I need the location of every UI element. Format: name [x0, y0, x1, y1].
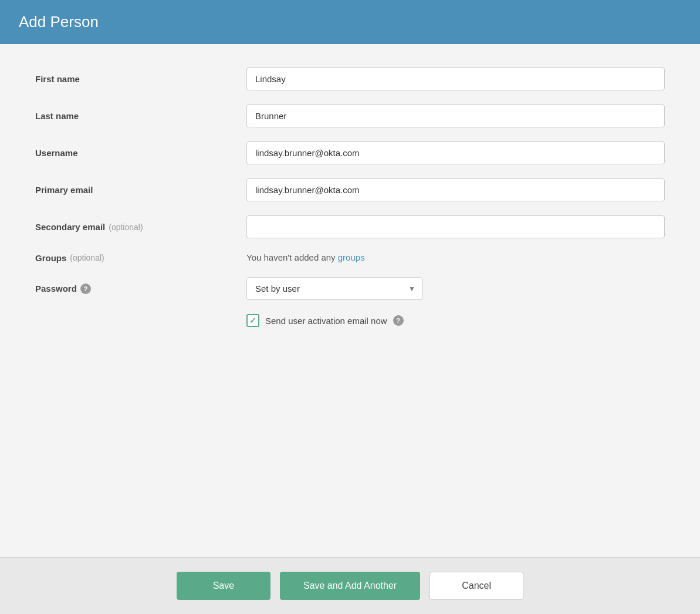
- first-name-label: First name: [35, 74, 246, 84]
- activation-row: ✓ Send user activation email now ?: [246, 314, 665, 327]
- save-and-add-another-button[interactable]: Save and Add Another: [280, 572, 420, 600]
- secondary-email-field: [246, 215, 665, 238]
- groups-field: You haven't added any groups: [246, 252, 665, 263]
- activation-checkbox-wrapper: ✓ Send user activation email now ?: [246, 314, 404, 327]
- activation-label: Send user activation email now: [265, 316, 387, 326]
- last-name-input[interactable]: [246, 104, 665, 127]
- password-row: Password ? Set by user Set by admin Send…: [35, 277, 665, 300]
- primary-email-input[interactable]: [246, 178, 665, 201]
- add-person-dialog: Add Person First name Last name Username: [0, 0, 700, 614]
- first-name-input[interactable]: [246, 68, 665, 90]
- secondary-email-row: Secondary email (optional): [35, 215, 665, 238]
- username-field: [246, 141, 665, 164]
- last-name-row: Last name: [35, 104, 665, 127]
- password-select-wrapper: Set by user Set by admin Send reset emai…: [246, 277, 422, 300]
- password-field: Set by user Set by admin Send reset emai…: [246, 277, 665, 300]
- groups-text: You haven't added any groups: [246, 252, 365, 262]
- secondary-email-input[interactable]: [246, 215, 665, 238]
- primary-email-row: Primary email: [35, 178, 665, 201]
- password-select[interactable]: Set by user Set by admin Send reset emai…: [246, 277, 422, 300]
- dialog-footer: Save Save and Add Another Cancel: [0, 557, 700, 614]
- username-row: Username: [35, 141, 665, 164]
- groups-label: Groups (optional): [35, 253, 246, 263]
- password-help-icon[interactable]: ?: [80, 284, 91, 294]
- dialog-body: First name Last name Username Primary em…: [0, 44, 700, 557]
- primary-email-label: Primary email: [35, 185, 246, 195]
- save-button[interactable]: Save: [177, 572, 270, 600]
- username-label: Username: [35, 148, 246, 158]
- secondary-email-label: Secondary email (optional): [35, 222, 246, 232]
- cancel-button[interactable]: Cancel: [430, 572, 523, 600]
- activation-checkbox[interactable]: ✓: [246, 314, 259, 327]
- checkmark-icon: ✓: [249, 316, 256, 325]
- first-name-row: First name: [35, 68, 665, 90]
- primary-email-field: [246, 178, 665, 201]
- last-name-label: Last name: [35, 111, 246, 121]
- groups-row: Groups (optional) You haven't added any …: [35, 252, 665, 263]
- dialog-header: Add Person: [0, 0, 700, 44]
- first-name-field: [246, 68, 665, 90]
- dialog-title: Add Person: [19, 13, 681, 31]
- groups-link[interactable]: groups: [338, 252, 365, 262]
- activation-help-icon[interactable]: ?: [393, 315, 404, 326]
- password-label: Password ?: [35, 284, 246, 294]
- username-input[interactable]: [246, 141, 665, 164]
- last-name-field: [246, 104, 665, 127]
